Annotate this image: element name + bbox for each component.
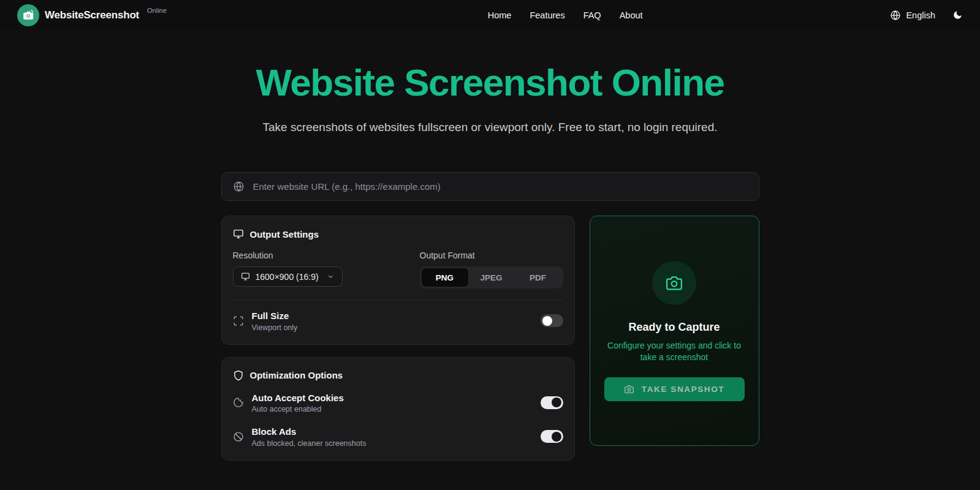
cookie-icon: [233, 397, 244, 408]
capture-status-description: Configure your settings and click to tak…: [605, 340, 744, 364]
expand-icon: [233, 315, 244, 326]
hero-section: Website Screenshot Online Take screensho…: [0, 62, 980, 134]
camera-icon: [665, 274, 683, 292]
full-size-toggle[interactable]: [541, 314, 563, 327]
header: WebsiteScreenshot Online Home Features F…: [0, 0, 980, 30]
nav-faq[interactable]: FAQ: [583, 10, 601, 20]
output-settings-title: Output Settings: [250, 229, 319, 239]
globe-icon: [890, 10, 901, 21]
block-ads-label: Block Ads: [252, 426, 533, 438]
divider: [233, 300, 563, 300]
format-option-jpeg[interactable]: JPEG: [468, 268, 515, 287]
block-ads-row: Block Ads Ads blocked, cleaner screensho…: [233, 426, 563, 448]
main-nav: Home Features FAQ About: [240, 10, 891, 20]
format-option-pdf[interactable]: PDF: [515, 268, 561, 287]
format-option-png[interactable]: PNG: [422, 268, 468, 287]
output-settings-card: Output Settings Resolution 160: [221, 216, 575, 345]
url-input-wrapper: [221, 172, 759, 201]
full-size-description: Viewport only: [252, 323, 533, 332]
page-subtitle: Take screenshots of websites fullscreen …: [0, 121, 980, 134]
resolution-dropdown[interactable]: 1600×900 (16:9): [233, 266, 343, 287]
auto-accept-cookies-toggle[interactable]: [541, 396, 563, 409]
page-title: Website Screenshot Online: [0, 62, 980, 104]
capture-icon-circle: [652, 261, 696, 305]
output-format-segmented-control: PNG JPEG PDF: [420, 266, 563, 288]
shield-icon: [233, 370, 244, 381]
optimization-options-card: Optimization Options Auto Accept Cookies…: [221, 357, 575, 461]
brand-name: WebsiteScreenshot: [45, 9, 139, 21]
auto-accept-cookies-label: Auto Accept Cookies: [252, 392, 533, 404]
camera-logo-icon: [17, 4, 39, 26]
output-format-label: Output Format: [420, 251, 563, 260]
globe-icon: [233, 181, 245, 192]
take-snapshot-label: TAKE SNAPSHOT: [642, 385, 724, 394]
monitor-icon: [241, 272, 250, 281]
header-right: English: [890, 10, 963, 21]
full-size-label: Full Size: [252, 310, 533, 322]
full-size-row: Full Size Viewport only: [233, 310, 563, 332]
auto-accept-cookies-description: Auto accept enabled: [252, 405, 533, 413]
camera-icon: [624, 384, 634, 394]
brand-logo[interactable]: WebsiteScreenshot Online: [17, 4, 167, 26]
resolution-label: Resolution: [233, 251, 406, 260]
settings-column: Output Settings Resolution 160: [221, 216, 575, 461]
main-container: Output Settings Resolution 160: [221, 172, 759, 461]
brand-suffix: Online: [147, 7, 167, 14]
language-label: English: [906, 10, 935, 20]
resolution-value: 1600×900 (16:9): [256, 272, 321, 282]
theme-toggle-button[interactable]: [952, 10, 963, 20]
block-ads-description: Ads blocked, cleaner screenshots: [252, 439, 533, 448]
nav-features[interactable]: Features: [530, 10, 564, 20]
block-ads-toggle[interactable]: [541, 430, 563, 443]
website-url-input[interactable]: [253, 181, 748, 192]
ban-icon: [233, 431, 244, 442]
take-snapshot-button[interactable]: TAKE SNAPSHOT: [604, 377, 745, 401]
nav-about[interactable]: About: [620, 10, 643, 20]
language-selector[interactable]: English: [890, 10, 935, 21]
chevron-down-icon: [327, 273, 335, 281]
auto-accept-cookies-row: Auto Accept Cookies Auto accept enabled: [233, 392, 563, 414]
optimization-options-title: Optimization Options: [250, 370, 343, 380]
monitor-icon: [233, 228, 244, 239]
nav-home[interactable]: Home: [488, 10, 512, 20]
capture-panel: Ready to Capture Configure your settings…: [590, 216, 759, 446]
capture-status-title: Ready to Capture: [628, 321, 720, 334]
moon-icon: [952, 10, 963, 20]
